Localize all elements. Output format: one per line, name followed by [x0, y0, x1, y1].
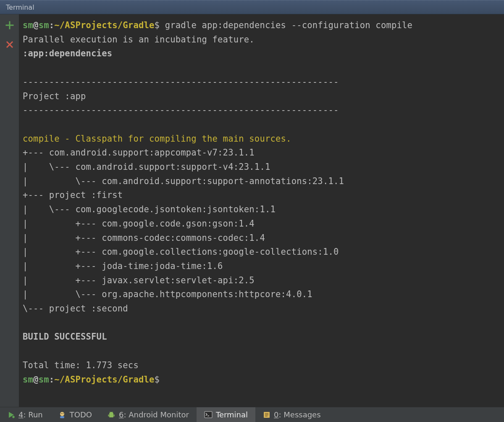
svg-point-1	[60, 412, 64, 416]
line-build: BUILD SUCCESSFUL	[23, 332, 107, 342]
android-icon	[107, 411, 116, 419]
tab-run[interactable]: 4: Run	[0, 407, 50, 422]
prompt-colon: :	[49, 20, 55, 30]
tree-line: | +--- com.google.code.gson:gson:1.4	[23, 219, 255, 229]
tree-line: | \--- com.googlecode.jsontoken:jsontoke…	[23, 204, 276, 214]
line-project: Project :app	[23, 91, 86, 101]
tab-todo[interactable]: TODO	[50, 407, 100, 422]
tab-terminal-label: Terminal	[216, 410, 248, 419]
tree-line: | \--- com.android.support:support-annot…	[23, 176, 344, 186]
tree-line: | +--- com.google.collections:google-col…	[23, 247, 339, 257]
tree-line: +--- project :first	[23, 190, 123, 200]
prompt-user: sm	[23, 20, 33, 30]
prompt-path: ~/ASProjects/Gradle	[54, 20, 154, 30]
line-config: compile - Classpath for compiling the ma…	[23, 134, 291, 144]
prompt-at: @	[33, 20, 39, 30]
svg-rect-4	[60, 416, 64, 418]
plus-icon	[5, 21, 14, 29]
bottom-tool-bar: 4: Run TODO	[0, 407, 504, 422]
prompt-host: sm	[39, 20, 49, 30]
svg-line-8	[110, 411, 110, 412]
tree-line: | +--- commons-codec:commons-codec:1.4	[23, 233, 265, 243]
svg-rect-5	[109, 414, 113, 417]
prompt-command: gradle app:dependencies --configuration …	[165, 20, 412, 30]
tab-run-label: 4: Run	[18, 410, 43, 419]
tab-terminal[interactable]: Terminal	[197, 407, 255, 422]
svg-rect-6	[108, 414, 109, 417]
terminal-output[interactable]: sm@sm:~/ASProjects/Gradle$ gradle app:de…	[19, 14, 504, 407]
tool-window-title-label: Terminal	[6, 3, 34, 11]
tab-android-monitor[interactable]: 6: Android Monitor	[100, 407, 197, 422]
tab-messages[interactable]: 0: Messages	[255, 407, 328, 422]
tree-line: | +--- joda-time:joda-time:1.6	[23, 261, 223, 271]
line-task: :app:dependencies	[23, 48, 112, 58]
svg-point-0	[12, 415, 15, 418]
run-icon	[8, 411, 15, 419]
close-terminal-button[interactable]	[5, 40, 15, 50]
tab-todo-label: TODO	[70, 410, 92, 419]
svg-point-3	[63, 413, 63, 414]
terminal-icon	[204, 411, 213, 419]
tool-window-title[interactable]: Terminal	[0, 0, 504, 14]
add-terminal-button[interactable]	[5, 20, 15, 30]
tree-line: | \--- org.apache.httpcomponents:httpcor…	[23, 289, 312, 299]
tree-line: | +--- javax.servlet:servlet-api:2.5	[23, 275, 255, 285]
svg-rect-10	[205, 411, 212, 418]
line-rule-2: ----------------------------------------…	[23, 105, 339, 115]
line-rule-1: ----------------------------------------…	[23, 77, 339, 87]
tab-messages-label: 0: Messages	[274, 410, 321, 419]
tree-line: +--- com.android.support:appcompat-v7:23…	[23, 148, 255, 158]
todo-icon	[58, 411, 66, 419]
tab-monitor-label: 6: Android Monitor	[119, 410, 189, 419]
tree-line: | \--- com.android.support:support-v4:23…	[23, 162, 270, 172]
svg-point-2	[61, 413, 62, 414]
terminal-side-toolbar	[0, 14, 19, 407]
prompt-dollar: $	[155, 20, 160, 30]
line-time: Total time: 1.773 secs	[23, 360, 139, 370]
prompt-user-2: sm	[23, 375, 33, 385]
svg-line-9	[112, 411, 113, 412]
svg-rect-7	[114, 414, 115, 417]
messages-icon	[263, 411, 270, 419]
terminal-panel: sm@sm:~/ASProjects/Gradle$ gradle app:de…	[0, 14, 504, 407]
tree-line: \--- project :second	[23, 303, 128, 314]
line-parallel: Parallel execution is an incubating feat…	[23, 34, 255, 45]
close-icon	[6, 41, 13, 48]
